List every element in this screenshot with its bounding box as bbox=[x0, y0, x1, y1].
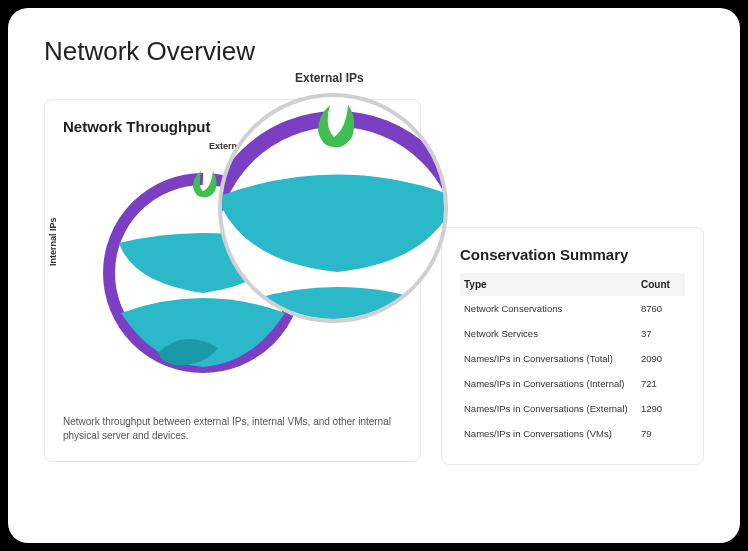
label-internal: Internal IPs bbox=[48, 217, 58, 266]
table-row: Names/IPs in Conversations (VMs) 79 bbox=[460, 421, 685, 446]
table-row: Names/IPs in Conversations (Total) 2090 bbox=[460, 346, 685, 371]
cell-type: Names/IPs in Conversations (Internal) bbox=[460, 371, 637, 396]
throughput-card: Network Throughput External Internal IPs… bbox=[44, 99, 421, 462]
summary-card: Conservation Summary Type Count Network … bbox=[441, 227, 704, 465]
col-count: Count bbox=[637, 273, 685, 296]
cell-type: Names/IPs in Conversations (External) bbox=[460, 396, 637, 421]
cell-count: 37 bbox=[637, 321, 685, 346]
table-row: Network Conservations 8760 bbox=[460, 296, 685, 321]
table-row: Names/IPs in Conversations (Internal) 72… bbox=[460, 371, 685, 396]
page-title: Network Overview bbox=[44, 36, 704, 67]
dashboard-container: Network Overview Network Throughput Exte… bbox=[8, 8, 740, 543]
label-external-big: External IPs bbox=[295, 71, 364, 85]
summary-table: Type Count Network Conservations 8760 Ne… bbox=[460, 273, 685, 446]
col-type: Type bbox=[460, 273, 637, 296]
cell-type: Network Services bbox=[460, 321, 637, 346]
cell-type: Names/IPs in Conversations (Total) bbox=[460, 346, 637, 371]
cell-count: 8760 bbox=[637, 296, 685, 321]
summary-title: Conservation Summary bbox=[460, 246, 685, 263]
cell-type: Network Conservations bbox=[460, 296, 637, 321]
cell-type: Names/IPs in Conversations (VMs) bbox=[460, 421, 637, 446]
chord-diagram-magnified bbox=[222, 97, 448, 323]
magnifier-lens bbox=[218, 93, 448, 323]
content-row: Network Throughput External Internal IPs… bbox=[44, 99, 704, 465]
cell-count: 79 bbox=[637, 421, 685, 446]
throughput-caption: Network throughput between external IPs,… bbox=[63, 415, 402, 443]
cell-count: 721 bbox=[637, 371, 685, 396]
table-row: Network Services 37 bbox=[460, 321, 685, 346]
chord-chart-area: External Internal IPs External IPs bbox=[63, 143, 402, 403]
cell-count: 1290 bbox=[637, 396, 685, 421]
cell-count: 2090 bbox=[637, 346, 685, 371]
table-row: Names/IPs in Conversations (External) 12… bbox=[460, 396, 685, 421]
